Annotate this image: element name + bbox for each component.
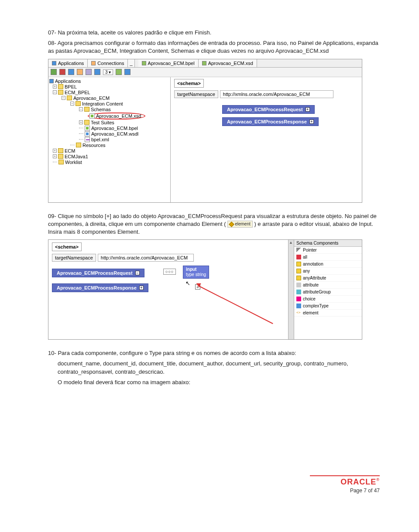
- toolbar-icon[interactable]: [77, 69, 83, 75]
- tab-applications[interactable]: Applications: [48, 59, 88, 67]
- schema-root-box: <schema>: [174, 79, 204, 88]
- xsd-file-icon: [89, 113, 95, 119]
- expand-icon[interactable]: +: [309, 119, 314, 124]
- toolbar-icon[interactable]: [68, 69, 74, 75]
- toolbar: 3 ▾: [48, 68, 362, 77]
- component-item-any[interactable]: any: [294, 268, 362, 275]
- choice-icon: [296, 297, 301, 301]
- paragraph-10a: 10- Para cada componente, configure o Ty…: [48, 349, 380, 357]
- applications-tree[interactable]: Applications +BPEL −ECM_BPEL −Aprovacao_…: [48, 77, 171, 202]
- toolbar-icon[interactable]: [116, 69, 122, 75]
- paragraph-10b: document_name, document_id, document_tit…: [58, 360, 380, 375]
- paragraph-10c: O modelo final deverá ficar como na imag…: [58, 379, 380, 386]
- component-item-complextype[interactable]: complexType: [294, 303, 362, 310]
- toolbar-icon[interactable]: [124, 69, 131, 75]
- anyattr-icon: [296, 276, 301, 280]
- collapse-icon[interactable]: −: [70, 102, 74, 106]
- complextype-icon: [296, 304, 301, 308]
- tab-xsd-file[interactable]: Aprovacao_ECM.xsd: [199, 59, 257, 67]
- targetnamespace-value[interactable]: http://xmlns.oracle.com/Aprovacao_ECM: [220, 90, 333, 98]
- paragraph-08: 08- Agora precisamos configurar o format…: [48, 39, 380, 55]
- folder-icon: [84, 120, 89, 125]
- schema-editor: <schema> targetNamespace http://xmlns.or…: [171, 77, 362, 202]
- toolbar-select[interactable]: 3 ▾: [103, 69, 113, 75]
- page-number: Page 7 of 47: [310, 488, 380, 494]
- paragraph-09: 09- Clique no símbolo [+] ao lado do obj…: [48, 212, 380, 236]
- collapse-icon[interactable]: −: [53, 90, 57, 94]
- targetnamespace-value[interactable]: http://xmlns.oracle.com/Aprovacao_ECM: [98, 254, 194, 262]
- expand-icon[interactable]: +: [53, 149, 57, 153]
- request-node[interactable]: Aprovacao_ECMProcessRequest−: [52, 269, 144, 277]
- element-icon: [296, 310, 301, 315]
- component-item-anyattribute[interactable]: anyAttribute: [294, 275, 362, 282]
- screenshot-ide-tree: Applications Connections _ Aprovacao_ECM…: [48, 59, 362, 203]
- pointer-icon: [296, 248, 301, 252]
- screenshot-schema-editor: <schema> targetNamespace http://xmlns.or…: [48, 239, 362, 340]
- schema-root-box: <schema>: [52, 242, 82, 251]
- apps-icon: [52, 61, 56, 65]
- wsdl-file-icon: [85, 131, 90, 136]
- folder-icon: [76, 143, 81, 147]
- attribute-icon: [296, 283, 301, 287]
- input-element-node[interactable]: inputtype string: [183, 266, 209, 279]
- folder-icon: [84, 107, 89, 112]
- xml-file-icon: [85, 137, 90, 142]
- sequence-connector-icon: ○○○: [163, 269, 176, 275]
- highlighted-tree-item[interactable]: Aprovacao_ECM.xsd: [88, 113, 145, 119]
- expand-icon[interactable]: +: [79, 120, 83, 124]
- expand-icon[interactable]: +: [53, 85, 57, 89]
- paragraph-07: 07- Na próxima tela, aceite os valores p…: [48, 29, 380, 37]
- folder-icon: [76, 101, 81, 106]
- collapse-icon[interactable]: −: [79, 107, 83, 111]
- component-item-choice[interactable]: choice: [294, 296, 362, 303]
- tab-connections[interactable]: Connections: [88, 59, 128, 67]
- panel-title: Schema Components: [294, 240, 362, 247]
- request-node[interactable]: Aprovacao_ECMProcessRequest+: [222, 105, 315, 114]
- cursor-icon: ↖: [185, 280, 190, 286]
- oracle-logo: ORACLE®: [310, 477, 380, 487]
- folder-icon: [67, 95, 72, 100]
- conn-icon: [91, 61, 96, 65]
- element-chip: element: [227, 221, 253, 228]
- component-item-annotation[interactable]: annotation: [294, 261, 362, 268]
- page-footer: ORACLE® Page 7 of 47: [310, 475, 380, 494]
- attrgroup-icon: [296, 290, 301, 294]
- component-item-attributegroup[interactable]: attributeGroup: [294, 289, 362, 296]
- schema-components-panel: Schema Components Pointer all annotation…: [294, 240, 362, 339]
- footer-rule: [310, 475, 380, 476]
- component-item-attribute[interactable]: attribute: [294, 282, 362, 289]
- toolbar-icon[interactable]: [94, 69, 100, 75]
- collapse-icon[interactable]: −: [62, 96, 65, 100]
- component-item-all[interactable]: all: [294, 254, 362, 261]
- expand-icon[interactable]: +: [139, 286, 144, 290]
- annotation-icon: [296, 262, 301, 266]
- toolbar-icon[interactable]: [59, 69, 65, 75]
- expand-icon[interactable]: +: [53, 154, 57, 158]
- folder-icon: [58, 160, 64, 164]
- targetnamespace-label: targetNamespace: [174, 90, 218, 98]
- tab-minimize[interactable]: _: [128, 59, 134, 67]
- vertical-scrollbar[interactable]: [288, 240, 294, 339]
- folder-icon: [58, 90, 63, 95]
- expand-icon[interactable]: +: [306, 107, 310, 112]
- xsd-icon: [202, 61, 206, 65]
- component-item-pointer[interactable]: Pointer: [294, 247, 362, 254]
- element-icon: [229, 222, 234, 227]
- all-icon: [296, 255, 301, 259]
- response-node[interactable]: Aprovacao_ECMProcessResponse+: [222, 117, 319, 126]
- bpel-icon: [142, 61, 146, 65]
- toolbar-icon[interactable]: [86, 69, 92, 75]
- bpel-file-icon: [85, 126, 90, 131]
- toolbar-icon[interactable]: [51, 69, 57, 75]
- folder-icon: [58, 148, 63, 153]
- tabstrip-left: Applications Connections _ Aprovacao_ECM…: [48, 59, 362, 68]
- collapse-icon[interactable]: −: [135, 271, 140, 275]
- any-icon: [296, 269, 301, 273]
- tab-bpel-file[interactable]: Aprovacao_ECM.bpel: [138, 59, 199, 67]
- response-node[interactable]: Aprovacao_ECMProcessResponse+: [52, 283, 148, 292]
- component-item-element[interactable]: element: [294, 310, 362, 317]
- folder-icon: [58, 84, 63, 89]
- folder-icon: [58, 154, 63, 159]
- apps-icon: [49, 79, 54, 83]
- targetnamespace-label: targetNamespace: [52, 254, 96, 262]
